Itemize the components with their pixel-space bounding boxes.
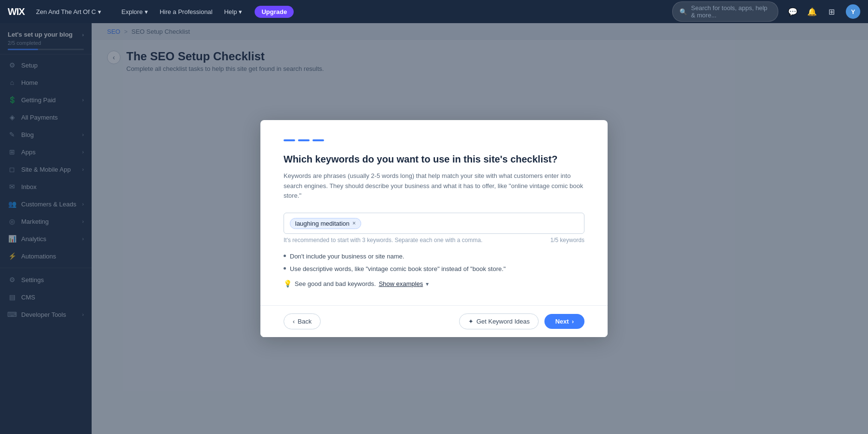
modal-footer: ‹ Back ✦ Get Keyword Ideas Next › [260, 305, 608, 337]
user-avatar[interactable]: Y [846, 4, 860, 19]
next-button[interactable]: Next › [544, 314, 584, 329]
notifications-icon[interactable]: 🔔 [805, 5, 819, 18]
next-chevron-icon: › [572, 318, 574, 325]
keyword-count: 1/5 keywords [550, 237, 584, 244]
keyword-tag: laughing meditation × [290, 218, 361, 229]
modal-description: Keywords are phrases (usually 2-5 words … [284, 171, 584, 201]
nav-explore[interactable]: Explore ▾ [117, 6, 153, 17]
step-indicators [284, 139, 584, 141]
site-name-chevron: ▾ [98, 8, 101, 15]
site-name-dropdown[interactable]: Zen And The Art Of C ▾ [32, 6, 105, 17]
tip-item-1: Don't include your business or site name… [284, 251, 584, 262]
nav-action-icons: 💬 🔔 ⊞ [786, 5, 838, 18]
modal-body: Which keywords do you want to use in thi… [260, 120, 608, 305]
keyword-tag-remove[interactable]: × [353, 220, 356, 226]
step-dot-1 [284, 139, 295, 141]
keyword-hint-row: It's recommended to start with 3 keyword… [284, 237, 584, 244]
site-name-label: Zen And The Art Of C [36, 8, 96, 15]
keyword-modal: Which keywords do you want to use in thi… [260, 120, 608, 337]
modal-question: Which keywords do you want to use in thi… [284, 153, 584, 165]
step-dot-3 [312, 139, 324, 141]
show-examples-link-text[interactable]: Show examples [379, 279, 423, 289]
nav-help[interactable]: Help ▾ [219, 6, 247, 17]
upgrade-button[interactable]: Upgrade [255, 6, 294, 18]
nav-hire[interactable]: Hire a Professional [155, 6, 217, 17]
keyword-tag-label: laughing meditation [295, 220, 350, 227]
keyword-tips: Don't include your business or site name… [284, 251, 584, 290]
back-label: Back [298, 318, 312, 325]
app-layout: Let's set up your blog › 2/5 completed ⚙… [0, 23, 868, 434]
top-navigation: WIX Zen And The Art Of C ▾ Explore ▾ Hir… [0, 0, 868, 23]
bullet-2 [284, 267, 286, 270]
show-examples-toggle[interactable]: 💡 See good and bad keywords. Show exampl… [284, 278, 584, 290]
show-examples-prefix: See good and bad keywords. [295, 279, 376, 289]
keyword-ideas-icon: ✦ [468, 318, 474, 325]
messages-icon[interactable]: 💬 [786, 5, 800, 18]
search-icon: 🔍 [679, 8, 687, 15]
tip-item-2: Use descriptive words, like "vintage com… [284, 264, 584, 274]
grid-icon[interactable]: ⊞ [825, 5, 838, 18]
modal-overlay: Which keywords do you want to use in thi… [92, 23, 868, 434]
bulb-icon: 💡 [284, 278, 292, 290]
back-chevron-icon: ‹ [293, 318, 295, 325]
wix-logo: WIX [8, 6, 25, 17]
keyword-input-field[interactable]: laughing meditation × [284, 213, 584, 234]
show-examples-chevron: ▾ [426, 279, 429, 289]
next-label: Next [555, 318, 569, 325]
keyword-ideas-label: Get Keyword Ideas [476, 318, 530, 325]
global-search[interactable]: 🔍 Search for tools, apps, help & more... [672, 1, 778, 22]
step-dot-2 [298, 139, 310, 141]
keyword-hint-text: It's recommended to start with 3 keyword… [284, 237, 482, 244]
main-content: SEO > SEO Setup Checklist ‹ The SEO Setu… [92, 23, 868, 434]
bullet-1 [284, 255, 286, 257]
back-button[interactable]: ‹ Back [284, 313, 321, 329]
nav-links: Explore ▾ Hire a Professional Help ▾ [117, 6, 247, 17]
get-keyword-ideas-button[interactable]: ✦ Get Keyword Ideas [459, 313, 539, 329]
